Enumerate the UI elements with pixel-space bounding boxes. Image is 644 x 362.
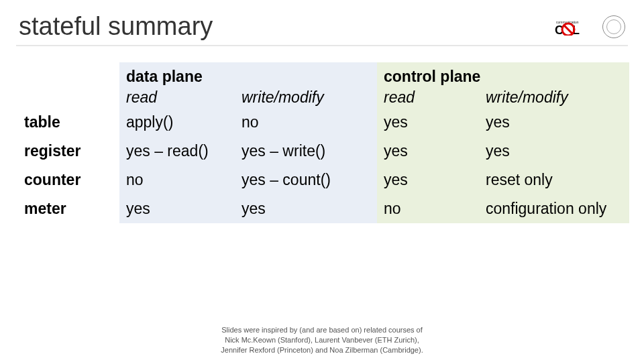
logo-group: communication C L xyxy=(553,15,625,38)
group-header-control-plane: control plane xyxy=(377,62,629,87)
table-row-label: register xyxy=(19,137,119,166)
subheader-cp-write: write/modify xyxy=(479,87,629,108)
footer-credits: Slides were inspired by (and are based o… xyxy=(0,325,644,355)
table-cell: configuration only xyxy=(479,194,629,223)
table-corner-2 xyxy=(19,87,119,108)
subheader-cp-read: read xyxy=(377,87,479,108)
slide: stateful summary communication C L data … xyxy=(0,0,644,362)
table-row-label: counter xyxy=(19,166,119,194)
footer-line: Jennifer Rexford (Princeton) and Noa Zil… xyxy=(0,345,644,355)
table-cell: yes xyxy=(479,137,629,166)
cnl-logo-icon: communication C L xyxy=(553,17,597,37)
table-cell: yes xyxy=(377,137,479,166)
university-seal-icon xyxy=(602,15,625,38)
table-cell: yes xyxy=(235,194,377,223)
footer-line: Slides were inspired by (and are based o… xyxy=(0,325,644,335)
svg-line-4 xyxy=(564,25,572,34)
table-cell: no xyxy=(377,194,479,223)
title-divider xyxy=(16,45,628,46)
table-cell: yes – write() xyxy=(235,137,377,166)
table-corner xyxy=(19,62,119,87)
table-cell: no xyxy=(235,108,377,137)
table-row-label: table xyxy=(19,108,119,137)
subheader-dp-write: write/modify xyxy=(235,87,377,108)
table-cell: no xyxy=(119,166,235,194)
table-cell: yes xyxy=(377,166,479,194)
footer-line: Nick Mc.Keown (Stanford), Laurent Vanbev… xyxy=(0,335,644,345)
subheader-dp-read: read xyxy=(119,87,235,108)
table-cell: yes – count() xyxy=(235,166,377,194)
table-cell: apply() xyxy=(119,108,235,137)
table-cell: yes xyxy=(119,194,235,223)
table-cell: yes xyxy=(479,108,629,137)
table-row-label: meter xyxy=(19,194,119,223)
group-header-data-plane: data plane xyxy=(119,62,377,87)
table-cell: reset only xyxy=(479,166,629,194)
page-title: stateful summary xyxy=(19,12,213,41)
title-row: stateful summary communication C L xyxy=(19,12,625,41)
summary-table: data plane control plane read write/modi… xyxy=(19,62,625,223)
table-cell: yes xyxy=(377,108,479,137)
table-cell: yes – read() xyxy=(119,137,235,166)
